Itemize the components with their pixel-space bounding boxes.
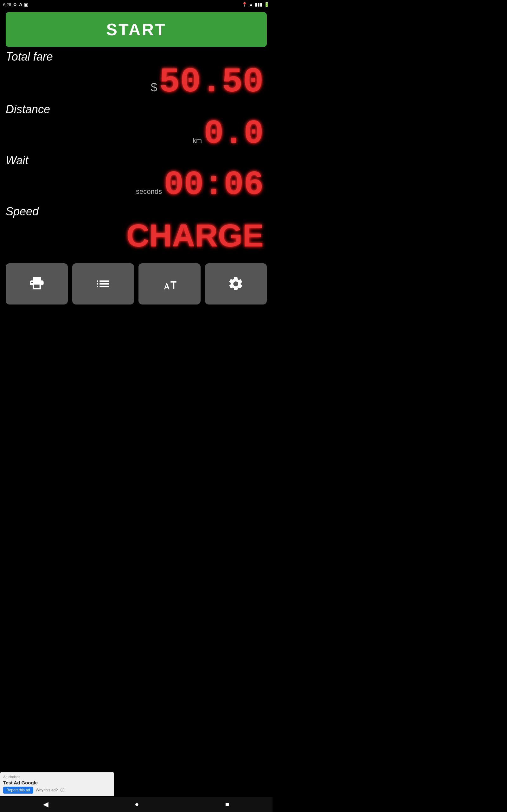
settings-button[interactable] <box>205 263 267 305</box>
wait-label: Wait <box>6 154 267 167</box>
font-button[interactable] <box>138 263 201 305</box>
status-bar: 6:28 ⚙ A ▣ 📍 ▲ ▮▮▮ 🔋 <box>0 0 273 9</box>
speed-display: CHARGE <box>6 219 267 251</box>
location-icon: 📍 <box>242 2 247 7</box>
wifi-icon: ▲ <box>249 2 253 7</box>
distance-display: 0.0 <box>204 117 264 151</box>
print-button[interactable] <box>6 263 68 305</box>
a-icon: A <box>19 2 22 7</box>
status-time: 6:28 <box>3 2 11 7</box>
fare-value-row: $ 50.50 <box>6 65 267 100</box>
wait-display: 00:06 <box>164 168 264 202</box>
settings-icon <box>228 275 244 292</box>
signal-icon: ▮▮▮ <box>255 2 262 7</box>
font-icon <box>161 275 178 292</box>
list-icon <box>95 275 111 292</box>
print-icon <box>29 275 45 292</box>
speed-label: Speed <box>6 205 267 218</box>
list-button[interactable] <box>72 263 134 305</box>
start-button[interactable]: START <box>6 12 267 47</box>
fare-label: Total fare <box>6 50 267 63</box>
fare-section: Total fare $ 50.50 <box>0 47 273 100</box>
wait-section: Wait seconds 00:06 <box>0 151 273 202</box>
wait-unit: seconds <box>136 188 162 196</box>
storage-icon: ▣ <box>24 2 28 7</box>
gear-icon: ⚙ <box>13 2 17 7</box>
distance-unit: km <box>193 136 202 145</box>
distance-value-row: km 0.0 <box>6 117 267 151</box>
currency-symbol: $ <box>151 81 157 94</box>
distance-section: Distance km 0.0 <box>0 100 273 151</box>
speed-section: Speed CHARGE <box>0 202 273 251</box>
wait-value-row: seconds 00:06 <box>6 168 267 202</box>
toolbar <box>0 258 273 310</box>
battery-icon: 🔋 <box>264 2 269 7</box>
fare-display: 50.50 <box>159 65 264 100</box>
distance-label: Distance <box>6 103 267 116</box>
